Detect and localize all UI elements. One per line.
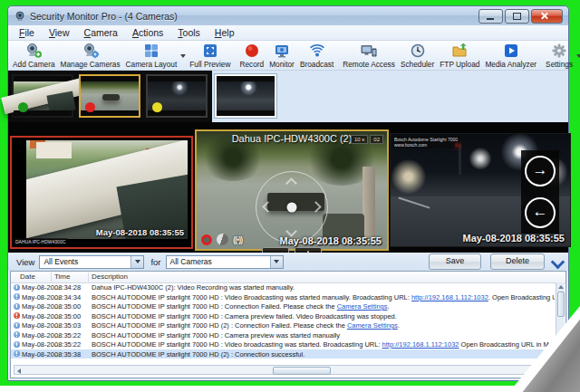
event-description: BOSCH AUTODOME IP starlight 7000 HD : Ca… [92, 312, 555, 320]
camera-layout-dropdown-icon[interactable] [180, 54, 186, 58]
add-camera-button[interactable]: Add Camera [10, 42, 58, 70]
vertical-scroll-thumb[interactable] [557, 292, 565, 317]
collapse-log-button[interactable] [551, 255, 565, 267]
ptz-control-pad[interactable] [256, 171, 328, 244]
full-preview-icon [202, 43, 218, 59]
menu-item-actions[interactable]: Actions [125, 26, 170, 39]
remote-access-button[interactable]: Remote Access [340, 42, 398, 70]
settings-icon [551, 43, 567, 59]
ftp-upload-button[interactable]: FTP Upload [437, 42, 482, 70]
event-description-part: BOSCH AUTODOME IP starlight 7000 HD : Ca… [92, 312, 397, 320]
camera-view-right[interactable]: Bosch Autodome Starlight 7000 www.bosch.… [390, 133, 571, 247]
menu-item-tools[interactable]: Tools [170, 26, 208, 39]
column-header-time[interactable]: Time [54, 272, 70, 281]
menu-item-help[interactable]: Help [208, 26, 242, 39]
event-description-part: . [398, 321, 400, 330]
scroll-left-icon[interactable] [17, 368, 21, 374]
manage-cameras-button[interactable]: Manage Cameras [58, 42, 123, 70]
event-description-part: BOSCH AUTODOME IP starlight 7000 HD : Co… [92, 302, 337, 311]
event-description-part: Dahua IPC-HDW4300C (2): Video Recording … [92, 283, 295, 292]
save-button[interactable]: Save [429, 253, 481, 270]
event-link[interactable]: http://192.168.1.112:1032 [411, 293, 488, 301]
column-header-description[interactable]: Description [92, 272, 128, 281]
app-icon [14, 11, 25, 22]
broadcast-signal-icon[interactable]: ((•)) [233, 235, 242, 244]
minimize-button[interactable] [478, 9, 503, 24]
menu-item-view[interactable]: View [42, 26, 77, 39]
dropdown-arrow-icon [270, 256, 283, 268]
monitor-button[interactable]: Monitor [266, 42, 297, 70]
camera-view-left[interactable]: May-08-2018 08:35:55 DAHUA IPC-HDW4300C [10, 136, 193, 249]
event-row[interactable]: May-08-20...08:35:00BOSCH AUTODOME IP st… [11, 301, 566, 311]
error-icon [14, 312, 20, 319]
close-button[interactable] [531, 9, 563, 24]
event-time: 08:34:28 [54, 283, 81, 292]
event-row[interactable]: May-08-20...08:35:03BOSCH AUTODOME IP st… [11, 320, 566, 330]
camera-layout-icon [143, 43, 160, 59]
event-row[interactable]: May-08-20...08:35:38BOSCH AUTODOME IP st… [11, 349, 566, 359]
thumbnail-camera-2[interactable] [79, 74, 140, 118]
event-description-part: BOSCH AUTODOME IP starlight 7000 HD : Vi… [92, 340, 382, 349]
ptz-up-icon[interactable] [285, 177, 297, 189]
scroll-up-icon[interactable] [558, 285, 564, 289]
camera-nav-panel: → ← [521, 150, 559, 234]
event-description: BOSCH AUTODOME IP starlight 7000 HD (2) … [92, 350, 555, 359]
refresh-interval-badge: 10 s [351, 135, 368, 144]
event-time: 08:35:00 [54, 312, 81, 320]
column-header-date[interactable]: Date [20, 272, 35, 281]
event-row[interactable]: May-08-20...08:34:34BOSCH AUTODOME IP st… [11, 292, 566, 302]
ptz-left-icon[interactable] [262, 201, 274, 213]
snapshot-icon[interactable] [217, 234, 228, 245]
event-description-part: BOSCH AUTODOME IP starlight 7000 HD : Ca… [92, 331, 340, 339]
event-row[interactable]: May-08-20...08:35:00BOSCH AUTODOME IP st… [11, 311, 566, 321]
event-link[interactable]: http://192.168.1.112:1032 [382, 340, 459, 349]
event-description: BOSCH AUTODOME IP starlight 7000 HD : Vi… [92, 340, 555, 349]
maximize-button[interactable] [505, 9, 529, 24]
event-type-select[interactable]: All Events [39, 255, 144, 269]
camera-preview-area: May-08-2018 08:35:55 DAHUA IPC-HDW4300C … [8, 122, 568, 253]
event-row[interactable]: May-08-20...08:35:22BOSCH AUTODOME IP st… [11, 339, 566, 349]
record-button[interactable]: Record [237, 42, 266, 70]
scheduler-button[interactable]: Scheduler [398, 42, 437, 70]
event-description-part: BOSCH AUTODOME IP starlight 7000 HD : Vi… [92, 293, 411, 301]
next-camera-button[interactable]: → [525, 156, 556, 186]
broadcast-button[interactable]: Broadcast [297, 42, 336, 70]
delete-button[interactable]: Delete [490, 253, 545, 270]
event-time: 08:34:34 [54, 293, 81, 301]
ptz-center-dot[interactable] [287, 203, 297, 213]
camera-left-overlay-text: DAHUA IPC-HDW4300C [14, 238, 67, 245]
horizontal-scrollbar[interactable] [14, 365, 561, 375]
horizontal-scroll-thumb[interactable] [273, 367, 331, 375]
menu-item-camera[interactable]: Camera [77, 26, 125, 39]
settings-dropdown-icon[interactable] [576, 54, 580, 58]
chevron-down-icon [551, 255, 566, 270]
camera-view-middle[interactable]: Dahua IPC-HDW4300C (2) 10 s 02 − + ((•)) [195, 129, 389, 251]
info-icon [14, 303, 20, 310]
event-link[interactable]: Camera Settings [347, 321, 398, 330]
event-row[interactable]: May-08-20...08:34:28Dahua IPC-HDW4300C (… [11, 282, 566, 292]
event-link[interactable]: Camera Settings [337, 302, 388, 311]
media-analyzer-button[interactable]: Media Analyzer [482, 42, 539, 70]
camera-filter-select[interactable]: All Cameras [166, 255, 284, 269]
settings-button[interactable]: Settings [543, 42, 575, 70]
thumbnail-camera-3[interactable] [146, 74, 208, 118]
thumbnail-strip [8, 71, 568, 122]
thumbnail-camera-1[interactable] [12, 74, 73, 118]
thumbnail-camera-4[interactable] [215, 74, 276, 118]
status-dot-active [18, 102, 28, 112]
record-toggle-icon[interactable] [201, 234, 212, 245]
record-icon [244, 43, 260, 59]
monitor-icon [274, 43, 290, 59]
full-preview-button[interactable]: Full Preview [187, 42, 233, 70]
camera-right-timestamp: May-08-2018 08:35:55 [462, 233, 565, 244]
event-filter-bar: View All Events for All Cameras Save Del… [8, 253, 568, 271]
event-row[interactable]: May-08-20...08:35:22BOSCH AUTODOME IP st… [11, 330, 566, 340]
view-label: View [16, 257, 34, 267]
ptz-right-icon[interactable] [310, 201, 322, 213]
previous-camera-button[interactable]: ← [525, 197, 556, 228]
app-window: Security Monitor Pro - (4 Cameras) File … [7, 5, 569, 381]
menu-item-file[interactable]: File [12, 26, 42, 39]
camera-layout-button[interactable]: Camera Layout [123, 42, 180, 70]
info-icon [14, 284, 20, 291]
status-dot-warning [152, 102, 162, 112]
